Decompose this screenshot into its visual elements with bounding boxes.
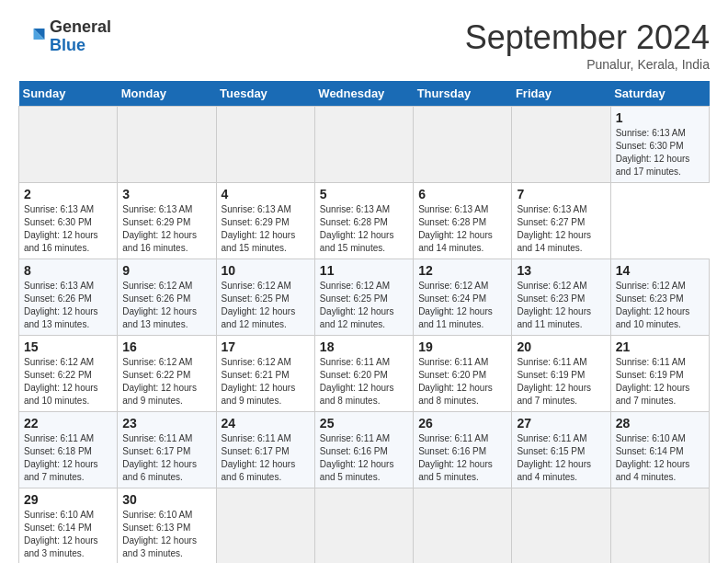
calendar-cell: 28 Sunrise: 6:10 AMSunset: 6:14 PMDaylig…	[610, 412, 709, 488]
day-info: Sunrise: 6:12 AMSunset: 6:24 PMDaylight:…	[418, 281, 493, 329]
day-number: 25	[320, 416, 408, 431]
day-info: Sunrise: 6:13 AMSunset: 6:28 PMDaylight:…	[320, 204, 394, 253]
calendar-cell: 27 Sunrise: 6:11 AMSunset: 6:15 PMDaylig…	[512, 412, 610, 488]
calendar-cell-empty	[414, 107, 512, 183]
day-number: 24	[222, 416, 310, 431]
calendar-week-row: 29 Sunrise: 6:10 AMSunset: 6:14 PMDaylig…	[19, 488, 710, 564]
calendar-cell-empty	[19, 107, 118, 183]
day-info: Sunrise: 6:10 AMSunset: 6:14 PMDaylight:…	[24, 510, 98, 558]
weekday-header-sunday: Sunday	[19, 81, 118, 107]
day-number: 13	[517, 263, 605, 278]
day-info: Sunrise: 6:13 AMSunset: 6:28 PMDaylight:…	[418, 204, 493, 253]
day-info: Sunrise: 6:12 AMSunset: 6:22 PMDaylight:…	[122, 357, 197, 406]
calendar-cell-empty	[216, 107, 314, 183]
calendar-cell: 3 Sunrise: 6:13 AMSunset: 6:29 PMDayligh…	[118, 183, 216, 259]
day-info: Sunrise: 6:11 AMSunset: 6:17 PMDaylight:…	[122, 433, 197, 482]
calendar-cell: 29 Sunrise: 6:10 AMSunset: 6:14 PMDaylig…	[19, 488, 118, 564]
calendar-cell: 26 Sunrise: 6:11 AMSunset: 6:16 PMDaylig…	[414, 412, 512, 488]
day-info: Sunrise: 6:12 AMSunset: 6:25 PMDaylight:…	[222, 281, 296, 329]
day-number: 11	[320, 263, 408, 278]
calendar-cell: 14 Sunrise: 6:12 AMSunset: 6:23 PMDaylig…	[610, 259, 709, 336]
calendar-cell: 17 Sunrise: 6:12 AMSunset: 6:21 PMDaylig…	[216, 336, 314, 412]
calendar-cell: 1 Sunrise: 6:13 AMSunset: 6:30 PMDayligh…	[610, 107, 709, 183]
calendar-cell: 24 Sunrise: 6:11 AMSunset: 6:17 PMDaylig…	[216, 412, 314, 488]
calendar-cell: 30 Sunrise: 6:10 AMSunset: 6:13 PMDaylig…	[118, 488, 216, 564]
calendar-table: SundayMondayTuesdayWednesdayThursdayFrid…	[18, 81, 710, 563]
month-title: September 2024	[465, 18, 710, 57]
calendar-cell-empty	[118, 107, 216, 183]
weekday-header-saturday: Saturday	[610, 81, 709, 107]
calendar-cell: 5 Sunrise: 6:13 AMSunset: 6:28 PMDayligh…	[314, 183, 413, 259]
page-header: General Blue September 2024 Punalur, Ker…	[18, 18, 710, 72]
calendar-cell-empty	[216, 488, 314, 564]
logo: General Blue	[18, 18, 111, 55]
day-info: Sunrise: 6:12 AMSunset: 6:23 PMDaylight:…	[517, 281, 591, 329]
calendar-cell: 23 Sunrise: 6:11 AMSunset: 6:17 PMDaylig…	[118, 412, 216, 488]
day-number: 3	[122, 187, 210, 201]
day-info: Sunrise: 6:13 AMSunset: 6:29 PMDaylight:…	[122, 204, 197, 253]
day-number: 22	[24, 416, 112, 431]
day-info: Sunrise: 6:13 AMSunset: 6:29 PMDaylight:…	[222, 204, 296, 253]
day-info: Sunrise: 6:13 AMSunset: 6:30 PMDaylight:…	[24, 204, 98, 253]
title-block: September 2024 Punalur, Kerala, India	[465, 18, 710, 72]
calendar-cell: 18 Sunrise: 6:11 AMSunset: 6:20 PMDaylig…	[314, 336, 413, 412]
day-info: Sunrise: 6:11 AMSunset: 6:20 PMDaylight:…	[418, 357, 493, 406]
day-info: Sunrise: 6:13 AMSunset: 6:27 PMDaylight:…	[517, 204, 591, 253]
calendar-cell: 2 Sunrise: 6:13 AMSunset: 6:30 PMDayligh…	[19, 183, 118, 259]
calendar-cell-empty	[512, 488, 610, 564]
day-number: 23	[122, 416, 210, 431]
day-number: 21	[616, 339, 704, 354]
day-info: Sunrise: 6:11 AMSunset: 6:17 PMDaylight:…	[222, 433, 296, 482]
calendar-cell: 25 Sunrise: 6:11 AMSunset: 6:16 PMDaylig…	[314, 412, 413, 488]
calendar-cell: 15 Sunrise: 6:12 AMSunset: 6:22 PMDaylig…	[19, 336, 118, 412]
calendar-cell-empty	[414, 488, 512, 564]
day-number: 27	[517, 416, 605, 431]
calendar-cell: 8 Sunrise: 6:13 AMSunset: 6:26 PMDayligh…	[19, 259, 118, 336]
day-number: 14	[616, 263, 704, 278]
day-info: Sunrise: 6:12 AMSunset: 6:25 PMDaylight:…	[320, 281, 394, 329]
calendar-week-row: 1 Sunrise: 6:13 AMSunset: 6:30 PMDayligh…	[19, 107, 710, 183]
day-info: Sunrise: 6:13 AMSunset: 6:26 PMDaylight:…	[24, 281, 98, 329]
weekday-header-monday: Monday	[118, 81, 216, 107]
day-number: 5	[320, 187, 408, 201]
calendar-cell-empty	[314, 488, 413, 564]
weekday-header-thursday: Thursday	[414, 81, 512, 107]
day-number: 16	[122, 339, 210, 354]
logo-general: General	[50, 18, 111, 37]
day-number: 7	[517, 187, 605, 201]
day-info: Sunrise: 6:11 AMSunset: 6:16 PMDaylight:…	[320, 433, 394, 482]
day-info: Sunrise: 6:10 AMSunset: 6:14 PMDaylight:…	[616, 433, 690, 482]
calendar-cell: 21 Sunrise: 6:11 AMSunset: 6:19 PMDaylig…	[610, 336, 709, 412]
day-info: Sunrise: 6:12 AMSunset: 6:21 PMDaylight:…	[222, 357, 296, 406]
day-info: Sunrise: 6:13 AMSunset: 6:30 PMDaylight:…	[616, 128, 690, 177]
calendar-cell-empty	[610, 488, 709, 564]
day-info: Sunrise: 6:11 AMSunset: 6:15 PMDaylight:…	[517, 433, 591, 482]
calendar-cell: 4 Sunrise: 6:13 AMSunset: 6:29 PMDayligh…	[216, 183, 314, 259]
weekday-header-row: SundayMondayTuesdayWednesdayThursdayFrid…	[19, 81, 710, 107]
calendar-cell: 22 Sunrise: 6:11 AMSunset: 6:18 PMDaylig…	[19, 412, 118, 488]
day-number: 26	[418, 416, 506, 431]
day-number: 28	[616, 416, 704, 431]
weekday-header-wednesday: Wednesday	[314, 81, 413, 107]
weekday-header-friday: Friday	[512, 81, 610, 107]
calendar-week-row: 15 Sunrise: 6:12 AMSunset: 6:22 PMDaylig…	[19, 336, 710, 412]
day-info: Sunrise: 6:11 AMSunset: 6:19 PMDaylight:…	[517, 357, 591, 406]
day-number: 9	[122, 263, 210, 278]
day-number: 18	[320, 339, 408, 354]
day-info: Sunrise: 6:12 AMSunset: 6:22 PMDaylight:…	[24, 357, 98, 406]
day-number: 17	[222, 339, 310, 354]
day-number: 30	[122, 492, 210, 507]
location-subtitle: Punalur, Kerala, India	[465, 57, 710, 72]
logo-text: General Blue	[50, 18, 111, 55]
day-info: Sunrise: 6:11 AMSunset: 6:19 PMDaylight:…	[616, 357, 690, 406]
day-number: 10	[222, 263, 310, 278]
day-number: 8	[24, 263, 112, 278]
day-info: Sunrise: 6:11 AMSunset: 6:20 PMDaylight:…	[320, 357, 394, 406]
calendar-cell-empty	[512, 107, 610, 183]
calendar-week-row: 22 Sunrise: 6:11 AMSunset: 6:18 PMDaylig…	[19, 412, 710, 488]
calendar-cell: 9 Sunrise: 6:12 AMSunset: 6:26 PMDayligh…	[118, 259, 216, 336]
weekday-header-tuesday: Tuesday	[216, 81, 314, 107]
day-number: 4	[222, 187, 310, 201]
calendar-cell: 11 Sunrise: 6:12 AMSunset: 6:25 PMDaylig…	[314, 259, 413, 336]
day-info: Sunrise: 6:12 AMSunset: 6:26 PMDaylight:…	[122, 281, 197, 329]
